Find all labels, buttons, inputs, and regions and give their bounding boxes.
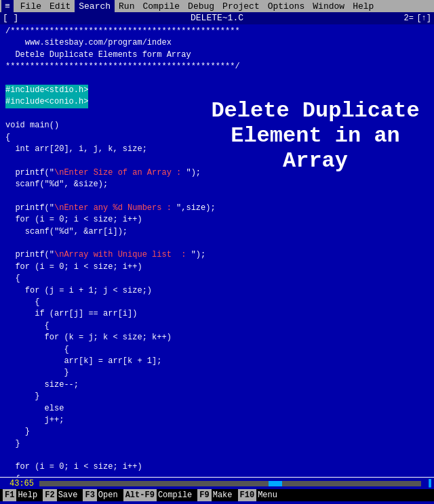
line-printf2: printf("\nEnter any %d Numbers : ",size)… (5, 203, 429, 214)
scroll-bar[interactable] (39, 481, 421, 486)
line-for3: for (j = i + 1; j < size;) (5, 285, 429, 297)
fn-f1-key: F1 (3, 489, 16, 501)
fn-f2-key: F2 (43, 489, 56, 501)
file-title: DELETE~1.C (191, 13, 243, 23)
line-jpp: j++; (5, 415, 429, 426)
window-number: 2= (404, 12, 414, 24)
fn-f9-key: F9 (197, 489, 211, 501)
menu-project[interactable]: Project (218, 0, 264, 12)
scroll-indicator: ▐ (427, 478, 431, 490)
line-scanf2: scanf("%d", &arr[i]); (5, 226, 429, 238)
include-2: #include<conio.h> (5, 96, 429, 108)
line-sizedec: size--; (5, 379, 429, 391)
comment-2: www.sitesbay.com/program/index (5, 37, 429, 49)
blank-3 (5, 155, 429, 167)
menu-window[interactable]: Window (309, 0, 349, 12)
menu-edit[interactable]: Edit (45, 0, 75, 12)
include-1: #include<stdio.h> (5, 85, 429, 96)
line-brace4: { (5, 320, 429, 332)
fn-f9-label: Make (213, 489, 233, 501)
line-printf1: printf("\nEnter Size of an Array : "); (5, 167, 429, 179)
window-left-bracket: [ ] (3, 12, 18, 24)
line-brace9: } (5, 438, 429, 450)
line-brace1: { (5, 132, 429, 144)
fn-f1[interactable]: F1 Help (3, 489, 37, 501)
menu-search[interactable]: Search (75, 0, 115, 12)
fn-altf9-label: Compile (158, 489, 192, 501)
line-brace5: { (5, 344, 429, 356)
fn-f10-label: Menu (258, 489, 277, 501)
system-menu[interactable]: ≡ (1, 0, 14, 12)
line-arrk: arr[k] = arr[k + 1]; (5, 356, 429, 367)
blank-1 (5, 73, 429, 85)
window-controls[interactable]: [↑] (416, 12, 431, 24)
menu-help[interactable]: Help (349, 0, 378, 12)
fn-f3-key: F3 (83, 489, 96, 501)
menu-options[interactable]: Options (264, 0, 309, 12)
fn-f2[interactable]: F2 Save (43, 489, 77, 501)
line-else: else (5, 403, 429, 415)
line-brace2: { (5, 273, 429, 285)
scroll-thumb (269, 481, 282, 486)
menu-file[interactable]: File (16, 0, 45, 12)
blank-6 (5, 450, 429, 461)
title-bar: [ ] DELETE~1.C 2= [↑] (0, 12, 434, 24)
line-brace10: { (5, 474, 429, 477)
fn-f9[interactable]: F9 Make (197, 489, 232, 501)
blank-4 (5, 190, 429, 202)
comment-4: ****************************************… (5, 61, 429, 72)
cursor-position: 43:65 (9, 478, 34, 490)
line-scanf1: scanf("%d", &size); (5, 179, 429, 190)
fn-f2-label: Save (58, 489, 78, 501)
fn-f1-label: Help (18, 489, 37, 501)
menu-run[interactable]: Run (115, 0, 138, 12)
fn-f10[interactable]: F10 Menu (238, 489, 277, 501)
include-conio: #include<conio.h> (5, 96, 88, 108)
blank-5 (5, 238, 429, 249)
comment-1: /***************************************… (5, 26, 429, 37)
fn-f3[interactable]: F3 Open (83, 489, 117, 501)
menu-bar: ≡ File Edit Search Run Compile Debug Pro… (0, 0, 434, 12)
fn-f3-label: Open (98, 489, 118, 501)
line-brace6: } (5, 367, 429, 379)
fn-bar: F1 Help F2 Save F3 Open Alt-F9 Compile F… (0, 489, 434, 501)
fn-f10-key: F10 (238, 489, 257, 501)
menu-debug[interactable]: Debug (184, 0, 218, 12)
line-for5: for (i = 0; i < size; i++) (5, 461, 429, 473)
line-for2: for (i = 0; i < size; i++) (5, 261, 429, 273)
line-brace7: } (5, 391, 429, 402)
code-area: Delete Duplicate Element in an Array /**… (0, 24, 434, 477)
blank-2 (5, 108, 429, 120)
line-main: void main() (5, 120, 429, 131)
comment-3: Detele Duplicate Elements form Array (5, 49, 429, 61)
fn-altf9[interactable]: Alt-F9 Compile (123, 489, 193, 501)
include-stdio: #include<stdio.h> (5, 85, 88, 96)
line-for1: for (i = 0; i < size; i++) (5, 214, 429, 226)
line-brace8: } (5, 426, 429, 438)
status-bar: 43:65 ▐ (0, 477, 434, 489)
line-for4: for (k = j; k < size; k++) (5, 332, 429, 343)
menu-compile[interactable]: Compile (138, 0, 184, 12)
line-if: if (arr[j] == arr[i]) (5, 308, 429, 320)
line-int: int arr[20], i, j, k, size; (5, 144, 429, 155)
line-brace3: { (5, 297, 429, 308)
line-printf3: printf("\nArray with Unique list : "); (5, 249, 429, 261)
fn-altf9-key: Alt-F9 (123, 489, 157, 501)
